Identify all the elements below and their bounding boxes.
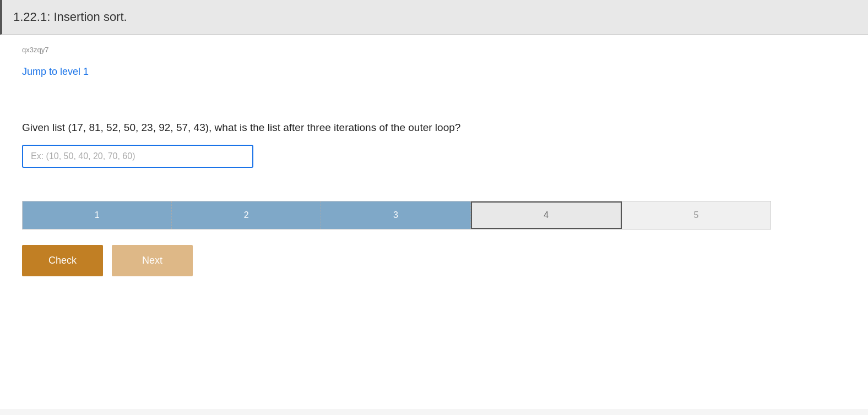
- progress-segment-3[interactable]: 3: [321, 201, 470, 229]
- progress-segment-5[interactable]: 5: [622, 201, 771, 229]
- question-text: Given list (17, 81, 52, 50, 23, 92, 57, …: [22, 122, 846, 134]
- answer-input[interactable]: [22, 145, 253, 168]
- page-header: 1.22.1: Insertion sort.: [0, 0, 868, 35]
- check-button[interactable]: Check: [22, 245, 103, 276]
- next-button[interactable]: Next: [112, 245, 193, 276]
- action-buttons: Check Next: [22, 245, 846, 276]
- session-id: qx3zqy7: [22, 46, 846, 54]
- page-title: 1.22.1: Insertion sort.: [13, 10, 127, 24]
- content-area: qx3zqy7 Jump to level 1 Given list (17, …: [0, 35, 868, 409]
- jump-to-level-link[interactable]: Jump to level 1: [22, 66, 89, 78]
- progress-segment-1[interactable]: 1: [23, 201, 172, 229]
- progress-segment-2[interactable]: 2: [172, 201, 321, 229]
- progress-bar: 1 2 3 4 5: [22, 201, 771, 230]
- progress-segment-4[interactable]: 4: [471, 201, 622, 229]
